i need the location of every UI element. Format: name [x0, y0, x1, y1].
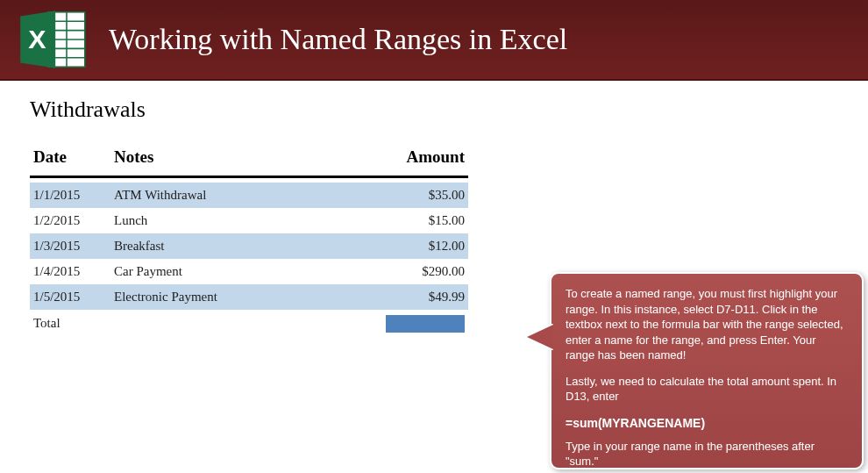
cell-notes: Car Payment: [110, 259, 363, 284]
callout-text: Type in your range name in the parenthes…: [566, 439, 848, 469]
callout-formula: =sum(MYRANGENAME): [566, 415, 848, 432]
total-cell[interactable]: [363, 310, 468, 338]
excel-icon: X: [18, 7, 88, 72]
cell-notes: Lunch: [110, 208, 363, 233]
callout-text: Lastly, we need to calculate the total a…: [566, 374, 848, 405]
instruction-callout: To create a named range, you must first …: [529, 272, 864, 469]
col-header-date: Date: [30, 142, 110, 177]
callout-arrow-icon: [527, 325, 553, 349]
cell-date: 1/1/2015: [30, 183, 110, 208]
svg-text:X: X: [28, 24, 46, 54]
col-header-amount: Amount: [363, 142, 468, 177]
cell-date: 1/4/2015: [30, 259, 110, 284]
cell-notes: Breakfast: [110, 233, 363, 259]
table-row: 1/4/2015 Car Payment $290.00: [30, 259, 468, 284]
cell-amount: $35.00: [363, 183, 468, 208]
total-label: Total: [30, 310, 110, 338]
page-title: Working with Named Ranges in Excel: [109, 23, 567, 56]
col-header-notes: Notes: [110, 142, 363, 177]
cell-date: 1/2/2015: [30, 208, 110, 233]
cell-date: 1/5/2015: [30, 284, 110, 310]
selected-cell-highlight[interactable]: [386, 315, 465, 333]
page-header: X Working with Named Ranges in Excel: [0, 0, 868, 81]
callout-text: To create a named range, you must first …: [566, 286, 848, 363]
section-title: Withdrawals: [30, 97, 838, 123]
total-row: Total: [30, 310, 468, 338]
cell-amount: $49.99: [363, 284, 468, 310]
cell-amount: $15.00: [363, 208, 468, 233]
table-row: 1/5/2015 Electronic Payment $49.99: [30, 284, 468, 310]
cell-notes: ATM Withdrawal: [110, 183, 363, 208]
callout-body: To create a named range, you must first …: [550, 272, 864, 469]
cell-amount: $12.00: [363, 233, 468, 259]
table-row: 1/2/2015 Lunch $15.00: [30, 208, 468, 233]
withdrawals-table: Date Notes Amount 1/1/2015 ATM Withdrawa…: [30, 142, 468, 338]
table-row: 1/3/2015 Breakfast $12.00: [30, 233, 468, 259]
cell-date: 1/3/2015: [30, 233, 110, 259]
cell-amount: $290.00: [363, 259, 468, 284]
table-row: 1/1/2015 ATM Withdrawal $35.00: [30, 183, 468, 208]
cell-notes: Electronic Payment: [110, 284, 363, 310]
